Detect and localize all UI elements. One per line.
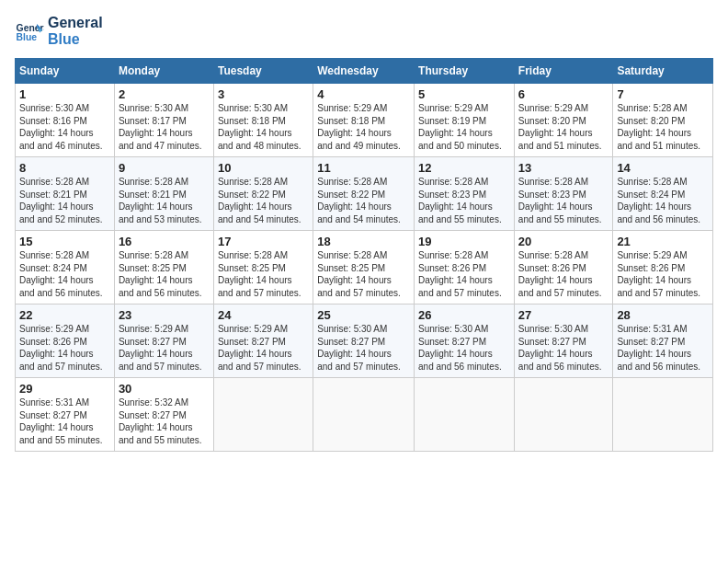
day-info: Sunrise: 5:31 AMSunset: 8:27 PMDaylight:… xyxy=(19,396,110,446)
day-cell-15: 15Sunrise: 5:28 AMSunset: 8:24 PMDayligh… xyxy=(16,231,115,304)
calendar-week-4: 22Sunrise: 5:29 AMSunset: 8:26 PMDayligh… xyxy=(16,304,713,378)
day-number: 19 xyxy=(418,235,510,248)
day-info: Sunrise: 5:28 AMSunset: 8:22 PMDaylight:… xyxy=(317,176,410,225)
day-cell-20: 20Sunrise: 5:28 AMSunset: 8:26 PMDayligh… xyxy=(514,231,613,304)
day-cell-4: 4Sunrise: 5:29 AMSunset: 8:18 PMDaylight… xyxy=(313,84,415,157)
day-cell-11: 11Sunrise: 5:28 AMSunset: 8:22 PMDayligh… xyxy=(313,157,415,231)
calendar-header-row: SundayMondayTuesdayWednesdayThursdayFrid… xyxy=(16,59,713,84)
day-info: Sunrise: 5:32 AMSunset: 8:27 PMDaylight:… xyxy=(119,396,210,446)
calendar-table: SundayMondayTuesdayWednesdayThursdayFrid… xyxy=(15,58,713,452)
day-cell-21: 21Sunrise: 5:29 AMSunset: 8:26 PMDayligh… xyxy=(613,231,713,304)
day-cell-6: 6Sunrise: 5:29 AMSunset: 8:20 PMDaylight… xyxy=(514,84,613,157)
day-info: Sunrise: 5:28 AMSunset: 8:26 PMDaylight:… xyxy=(418,249,510,299)
day-number: 24 xyxy=(218,308,309,322)
day-cell-3: 3Sunrise: 5:30 AMSunset: 8:18 PMDaylight… xyxy=(213,84,313,157)
empty-cell xyxy=(514,378,613,452)
day-number: 6 xyxy=(518,87,609,101)
day-number: 10 xyxy=(218,161,309,175)
day-cell-19: 19Sunrise: 5:28 AMSunset: 8:26 PMDayligh… xyxy=(415,231,515,304)
day-number: 29 xyxy=(19,382,110,396)
day-info: Sunrise: 5:29 AMSunset: 8:27 PMDaylight:… xyxy=(218,323,309,373)
day-cell-28: 28Sunrise: 5:31 AMSunset: 8:27 PMDayligh… xyxy=(613,304,713,378)
day-cell-5: 5Sunrise: 5:29 AMSunset: 8:19 PMDaylight… xyxy=(415,84,515,157)
day-cell-2: 2Sunrise: 5:30 AMSunset: 8:17 PMDaylight… xyxy=(114,84,213,157)
day-cell-14: 14Sunrise: 5:28 AMSunset: 8:24 PMDayligh… xyxy=(613,157,713,231)
day-cell-1: 1Sunrise: 5:30 AMSunset: 8:16 PMDaylight… xyxy=(16,84,115,157)
day-number: 4 xyxy=(317,87,410,101)
day-number: 3 xyxy=(218,87,309,101)
day-info: Sunrise: 5:28 AMSunset: 8:22 PMDaylight:… xyxy=(218,176,309,225)
day-number: 18 xyxy=(317,235,410,248)
day-info: Sunrise: 5:28 AMSunset: 8:25 PMDaylight:… xyxy=(317,249,410,299)
day-number: 20 xyxy=(518,235,609,248)
empty-cell xyxy=(213,378,313,452)
calendar-header-monday: Monday xyxy=(114,59,213,84)
day-number: 23 xyxy=(119,308,210,322)
day-number: 1 xyxy=(19,87,110,101)
day-info: Sunrise: 5:29 AMSunset: 8:18 PMDaylight:… xyxy=(317,102,410,152)
calendar-body: 1Sunrise: 5:30 AMSunset: 8:16 PMDaylight… xyxy=(16,84,713,452)
day-number: 21 xyxy=(617,235,709,248)
day-number: 17 xyxy=(218,235,309,248)
calendar-header-thursday: Thursday xyxy=(415,59,515,84)
day-number: 30 xyxy=(119,382,210,396)
day-info: Sunrise: 5:28 AMSunset: 8:26 PMDaylight:… xyxy=(518,249,609,299)
day-info: Sunrise: 5:28 AMSunset: 8:25 PMDaylight:… xyxy=(218,249,309,299)
day-cell-12: 12Sunrise: 5:28 AMSunset: 8:23 PMDayligh… xyxy=(415,157,515,231)
logo-blue: Blue xyxy=(48,31,103,48)
day-cell-27: 27Sunrise: 5:30 AMSunset: 8:27 PMDayligh… xyxy=(514,304,613,378)
day-number: 25 xyxy=(317,308,410,322)
day-cell-29: 29Sunrise: 5:31 AMSunset: 8:27 PMDayligh… xyxy=(16,378,115,452)
day-number: 8 xyxy=(19,161,110,175)
day-info: Sunrise: 5:28 AMSunset: 8:20 PMDaylight:… xyxy=(617,102,709,152)
calendar-header-wednesday: Wednesday xyxy=(313,59,415,84)
day-number: 27 xyxy=(518,308,609,322)
day-number: 13 xyxy=(518,161,609,175)
day-cell-16: 16Sunrise: 5:28 AMSunset: 8:25 PMDayligh… xyxy=(114,231,213,304)
calendar-header-saturday: Saturday xyxy=(613,59,713,84)
day-cell-9: 9Sunrise: 5:28 AMSunset: 8:21 PMDaylight… xyxy=(114,157,213,231)
calendar-header-tuesday: Tuesday xyxy=(213,59,313,84)
day-info: Sunrise: 5:30 AMSunset: 8:27 PMDaylight:… xyxy=(518,323,609,373)
day-number: 16 xyxy=(119,235,210,248)
calendar-week-5: 29Sunrise: 5:31 AMSunset: 8:27 PMDayligh… xyxy=(16,378,713,452)
day-info: Sunrise: 5:28 AMSunset: 8:25 PMDaylight:… xyxy=(119,249,210,299)
day-cell-13: 13Sunrise: 5:28 AMSunset: 8:23 PMDayligh… xyxy=(514,157,613,231)
day-info: Sunrise: 5:30 AMSunset: 8:16 PMDaylight:… xyxy=(19,102,110,152)
header: General Blue General Blue xyxy=(15,15,713,47)
day-info: Sunrise: 5:30 AMSunset: 8:18 PMDaylight:… xyxy=(218,102,309,152)
day-info: Sunrise: 5:29 AMSunset: 8:26 PMDaylight:… xyxy=(617,249,709,299)
day-info: Sunrise: 5:28 AMSunset: 8:24 PMDaylight:… xyxy=(617,176,709,225)
empty-cell xyxy=(313,378,415,452)
calendar-header-friday: Friday xyxy=(514,59,613,84)
day-info: Sunrise: 5:28 AMSunset: 8:21 PMDaylight:… xyxy=(119,176,210,225)
day-info: Sunrise: 5:28 AMSunset: 8:23 PMDaylight:… xyxy=(418,176,510,225)
day-cell-10: 10Sunrise: 5:28 AMSunset: 8:22 PMDayligh… xyxy=(213,157,313,231)
calendar-header-sunday: Sunday xyxy=(16,59,115,84)
empty-cell xyxy=(415,378,515,452)
calendar-week-1: 1Sunrise: 5:30 AMSunset: 8:16 PMDaylight… xyxy=(16,84,713,157)
calendar-week-2: 8Sunrise: 5:28 AMSunset: 8:21 PMDaylight… xyxy=(16,157,713,231)
day-cell-7: 7Sunrise: 5:28 AMSunset: 8:20 PMDaylight… xyxy=(613,84,713,157)
day-cell-30: 30Sunrise: 5:32 AMSunset: 8:27 PMDayligh… xyxy=(114,378,213,452)
day-number: 26 xyxy=(418,308,510,322)
day-info: Sunrise: 5:29 AMSunset: 8:19 PMDaylight:… xyxy=(418,102,510,152)
day-cell-17: 17Sunrise: 5:28 AMSunset: 8:25 PMDayligh… xyxy=(213,231,313,304)
calendar-week-3: 15Sunrise: 5:28 AMSunset: 8:24 PMDayligh… xyxy=(16,231,713,304)
day-info: Sunrise: 5:29 AMSunset: 8:26 PMDaylight:… xyxy=(19,323,110,373)
empty-cell xyxy=(613,378,713,452)
day-number: 9 xyxy=(119,161,210,175)
day-number: 2 xyxy=(119,87,210,101)
day-info: Sunrise: 5:30 AMSunset: 8:27 PMDaylight:… xyxy=(317,323,410,373)
logo-general: General xyxy=(48,15,103,31)
day-info: Sunrise: 5:30 AMSunset: 8:27 PMDaylight:… xyxy=(418,323,510,373)
day-number: 15 xyxy=(19,235,110,248)
day-info: Sunrise: 5:28 AMSunset: 8:23 PMDaylight:… xyxy=(518,176,609,225)
day-number: 12 xyxy=(418,161,510,175)
logo-icon: General Blue xyxy=(15,17,44,46)
day-cell-26: 26Sunrise: 5:30 AMSunset: 8:27 PMDayligh… xyxy=(415,304,515,378)
day-number: 14 xyxy=(617,161,709,175)
day-cell-25: 25Sunrise: 5:30 AMSunset: 8:27 PMDayligh… xyxy=(313,304,415,378)
day-cell-22: 22Sunrise: 5:29 AMSunset: 8:26 PMDayligh… xyxy=(16,304,115,378)
day-info: Sunrise: 5:28 AMSunset: 8:21 PMDaylight:… xyxy=(19,176,110,225)
